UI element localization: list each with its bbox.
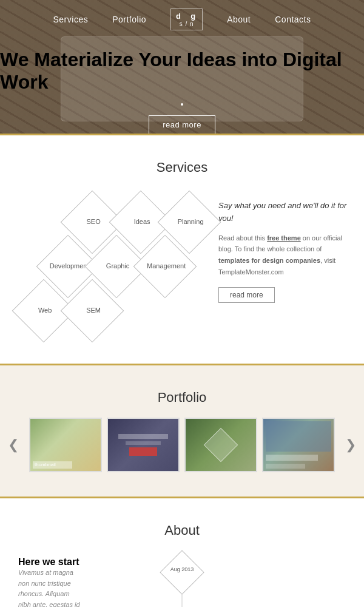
- hero-read-more-button[interactable]: read more: [149, 115, 215, 134]
- nav-services[interactable]: Services: [53, 15, 89, 24]
- services-tagline: Say what you need and we'll do it for yo…: [218, 200, 352, 225]
- services-blog-link[interactable]: free theme: [267, 234, 301, 242]
- timeline-event-1-body: Vivamus at magna non nunc tristique rhon…: [18, 568, 84, 607]
- timeline-node-1: Aug 2013: [166, 557, 198, 588]
- hero-title: We Materialize Your Ideas into Digital W…: [0, 49, 364, 93]
- diamond-grid: SEO Ideas Planning Development Graphic M…: [12, 194, 206, 339]
- services-section: Services SEO Ideas Planning Development …: [0, 134, 364, 364]
- portfolio-carousel: ❮ thumbnail: [0, 418, 364, 472]
- timeline-item-1: Here we start Vivamus at magna non nunc …: [18, 557, 346, 607]
- carousel-next-button[interactable]: ❯: [340, 432, 361, 458]
- diamond-management-label: Management: [145, 262, 187, 270]
- portfolio-item-1[interactable]: thumbnail: [29, 418, 102, 472]
- services-description: Say what you need and we'll do it for yo…: [218, 194, 352, 303]
- logo-sub: s / n: [180, 21, 194, 27]
- about-heading: About: [18, 523, 346, 538]
- timeline-right-1: [276, 557, 346, 607]
- carousel-prev-button[interactable]: ❮: [3, 432, 24, 458]
- portfolio-item-3[interactable]: [184, 418, 257, 472]
- portfolio-item-4[interactable]: [262, 418, 335, 472]
- services-body: Read about this free theme on our offici…: [218, 232, 352, 278]
- diamond-sem-label: SEM: [72, 307, 115, 314]
- main-nav: Services Portfolio d g s / n About Conta…: [0, 0, 364, 39]
- logo: d g s / n: [170, 8, 203, 30]
- nav-about[interactable]: About: [227, 15, 251, 24]
- diamond-planning-label: Planning: [169, 218, 212, 225]
- services-heading: Services: [12, 160, 352, 175]
- timeline-diamond-1: [160, 550, 204, 595]
- timeline-event-1-title: Here we start: [18, 557, 84, 568]
- services-read-more-button[interactable]: read more: [218, 287, 275, 303]
- logo-text: d g: [176, 12, 197, 21]
- about-section: About Here we start Vivamus at magna non…: [0, 497, 364, 607]
- portfolio-item-2[interactable]: [107, 418, 180, 472]
- nav-portfolio[interactable]: Portfolio: [112, 15, 146, 24]
- timeline: Here we start Vivamus at magna non nunc …: [18, 557, 346, 607]
- nav-contacts[interactable]: Contacts: [275, 15, 311, 24]
- timeline-date-1: Aug 2013: [170, 566, 194, 572]
- portfolio-heading: Portfolio: [0, 390, 364, 405]
- portfolio-section: Portfolio ❮ thumbnail: [0, 364, 364, 497]
- hero-dot: [181, 103, 183, 106]
- timeline-event-1-text: Here we start Vivamus at magna non nunc …: [18, 557, 93, 607]
- portfolio-items: thumbnail: [24, 418, 340, 472]
